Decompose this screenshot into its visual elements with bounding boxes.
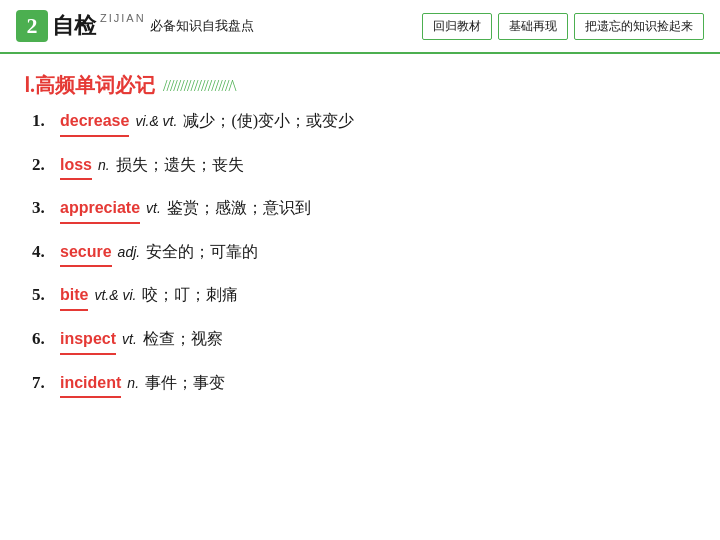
nav-btn-huigui[interactable]: 回归教材 <box>422 13 492 40</box>
word-pos: vt. <box>146 197 161 219</box>
header-nav: 回归教材 基础再现 把遗忘的知识捡起来 <box>422 13 704 40</box>
word-english: incident <box>60 370 121 399</box>
section-title: Ⅰ.高频单词必记 ////////////////////\ <box>0 54 720 107</box>
header-badge: 2 <box>16 10 48 42</box>
word-pos: n. <box>98 154 110 176</box>
word-item: 1. decrease vi.& vt. 减少；(使)变小；或变少 <box>32 107 688 137</box>
word-meaning: 检查；视察 <box>143 326 223 352</box>
header-subtitle: 必备知识自我盘点 <box>150 17 422 35</box>
word-num: 4. <box>32 238 60 265</box>
word-meaning: 鉴赏；感激；意识到 <box>167 195 311 221</box>
word-item: 3. appreciate vt. 鉴赏；感激；意识到 <box>32 194 688 224</box>
word-meaning: 损失；遗失；丧失 <box>116 152 244 178</box>
word-meaning: 事件；事变 <box>145 370 225 396</box>
word-meaning: 减少；(使)变小；或变少 <box>183 108 354 134</box>
word-pos: vt.& vi. <box>94 284 136 306</box>
nav-btn-jichu[interactable]: 基础再现 <box>498 13 568 40</box>
word-item: 4. secure adj. 安全的；可靠的 <box>32 238 688 268</box>
header-logo: 自检 <box>52 11 96 41</box>
word-pos: adj. <box>118 241 141 263</box>
word-english: inspect <box>60 326 116 355</box>
word-num: 1. <box>32 107 60 134</box>
word-list: 1. decrease vi.& vt. 减少；(使)变小；或变少 2. los… <box>0 107 720 398</box>
word-english: secure <box>60 239 112 268</box>
word-num: 6. <box>32 325 60 352</box>
word-meaning: 咬；叮；刺痛 <box>142 282 238 308</box>
section-title-text: Ⅰ.高频单词必记 <box>24 72 155 99</box>
word-num: 5. <box>32 281 60 308</box>
word-english: decrease <box>60 108 129 137</box>
word-item: 5. bite vt.& vi. 咬；叮；刺痛 <box>32 281 688 311</box>
word-item: 7. incident n. 事件；事变 <box>32 369 688 399</box>
word-item: 6. inspect vt. 检查；视察 <box>32 325 688 355</box>
word-item: 2. loss n. 损失；遗失；丧失 <box>32 151 688 181</box>
word-num: 7. <box>32 369 60 396</box>
word-pos: n. <box>127 372 139 394</box>
section-title-deco: ////////////////////\ <box>163 77 235 95</box>
nav-btn-yiwang[interactable]: 把遗忘的知识捡起来 <box>574 13 704 40</box>
word-pos: vt. <box>122 328 137 350</box>
header-zijian: ZIJIAN <box>100 12 146 24</box>
header: 2 自检 ZIJIAN 必备知识自我盘点 回归教材 基础再现 把遗忘的知识捡起来 <box>0 0 720 54</box>
word-english: appreciate <box>60 195 140 224</box>
word-english: bite <box>60 282 88 311</box>
word-num: 2. <box>32 151 60 178</box>
word-pos: vi.& vt. <box>135 110 177 132</box>
word-meaning: 安全的；可靠的 <box>146 239 258 265</box>
word-english: loss <box>60 152 92 181</box>
word-num: 3. <box>32 194 60 221</box>
